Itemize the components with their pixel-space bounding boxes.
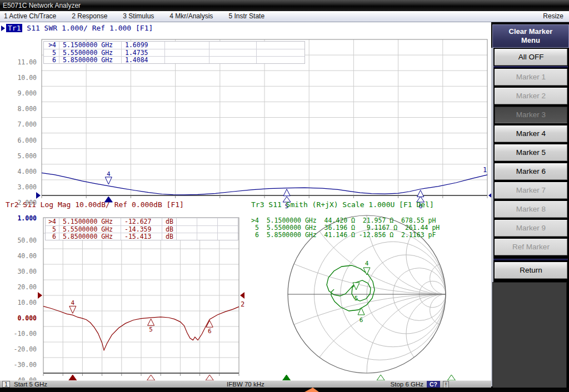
trace1-marker-table: >45.1500000 GHz1.6099 55.5500000 GHz1.47… [43, 41, 305, 64]
menu-item-1[interactable]: 1 Active Ch/Trace [4, 11, 56, 22]
y-tick-label: -10.00 [4, 330, 37, 338]
softkey-all-off[interactable]: All OFF [495, 49, 567, 66]
softkey-menu-header: Clear Marker Menu [492, 24, 569, 48]
marker-table-row: 65.8500000 GHz1.4084 [44, 56, 305, 63]
softkey-ref-marker[interactable]: Ref Marker [495, 239, 567, 255]
marker-table-cell [209, 57, 257, 63]
softkey-menu-header-line2: Menu [493, 36, 568, 45]
logmag-ref-arrow-right [240, 292, 244, 299]
marker-table-row: 55.5500000 GHz-14.359dB [46, 225, 238, 233]
y-tick-label: 7.000 [4, 120, 37, 128]
active-trace-arrow-icon [1, 26, 5, 31]
marker-table-cell [165, 57, 209, 63]
marker-table-cell: 5 [44, 49, 59, 56]
softkey-marker-1[interactable]: Marker 1 [495, 69, 567, 86]
window-title: E5071C Network Analyzer [3, 2, 81, 9]
smith-stimulus-marker-4 [283, 375, 291, 380]
marker-table-cell [257, 42, 305, 49]
y-tick-label: 50.00 [4, 237, 37, 244]
swr-marker-5 [283, 189, 290, 196]
smith-marker-label-5: 5 [355, 295, 358, 302]
swr-marker-6 [417, 190, 424, 197]
marker-table-cell: >4 [46, 218, 59, 225]
y-tick-label: 6.000 [4, 137, 37, 144]
softkey-marker-2[interactable]: Marker 2 [495, 88, 567, 104]
channel-number-box: 1 [2, 381, 10, 388]
softkey-separator-2 [493, 259, 568, 260]
y-tick-label: 0.000 [4, 314, 37, 322]
marker-table-cell [218, 226, 238, 233]
cursor-artifact [305, 388, 319, 392]
trace2-marker-table: >45.1500000 GHz-12.627dB 55.5500000 GHz-… [45, 218, 238, 240]
y-tick-label: 10.00 [4, 74, 37, 82]
softkey-menu: Clear Marker Menu All OFFMarker 1Marker … [491, 22, 569, 387]
softkey-empty-area [492, 282, 567, 392]
marker-table-cell [177, 218, 197, 225]
status-bar: 1 Start 5 GHz IFBW 70 kHz Stop 6 GHz C? … [0, 380, 491, 388]
y-tick-label: -30.00 [4, 361, 37, 369]
marker-table-cell [209, 49, 257, 56]
logmag-stimulus-marker-6 [206, 375, 213, 380]
menu-bar: 1 Active Ch/Trace2 Response3 Stimulus4 M… [0, 11, 569, 22]
softkey-return[interactable]: Return [495, 262, 567, 279]
marker-table-cell [218, 233, 238, 240]
marker-table-row: 55.5500000 GHz1.4735 [44, 49, 305, 56]
softkey-marker-9[interactable]: Marker 9 [495, 220, 567, 237]
marker-table-row: >45.1500000 GHz-12.627dB [46, 218, 238, 225]
marker-table-cell: dB [162, 218, 177, 225]
softkey-menu-header-line1: Clear Marker [493, 27, 568, 36]
menu-item-5[interactable]: 5 Instr State [228, 11, 264, 22]
menu-item-3[interactable]: 3 Stimulus [123, 11, 154, 22]
softkey-separator-1 [493, 66, 568, 68]
smith-stimulus-marker-6 [447, 375, 455, 380]
logmag-stimulus-marker-4 [69, 375, 77, 380]
bottom-strip [0, 388, 569, 392]
marker-table-cell: dB [162, 226, 177, 233]
y-tick-label: 20.00 [4, 283, 37, 291]
trace3-marker-readout: >4 5.1500000 GHz 44.420 Ω 21.957 Ω 678.5… [251, 217, 440, 239]
trace3-title[interactable]: Tr3 S11 Smith (R+jX) Scale 1.000U [F1 De… [251, 200, 434, 209]
marker-table-cell: 5.8500000 GHz [59, 57, 122, 63]
menu-item-2[interactable]: 2 Response [72, 11, 107, 22]
logmag-ref-arrow-left [38, 292, 42, 299]
window-title-bar: E5071C Network Analyzer [0, 0, 569, 11]
softkey-marker-7[interactable]: Marker 7 [495, 182, 567, 199]
marker-table-cell [218, 218, 238, 225]
y-tick-label: 11.00 [4, 58, 37, 66]
softkey-marker-6[interactable]: Marker 6 [495, 163, 567, 180]
logmag-marker-4 [69, 306, 76, 313]
softkey-marker-5[interactable]: Marker 5 [495, 144, 567, 161]
marker-table-cell [197, 218, 218, 225]
y-tick-label: 30.00 [4, 268, 37, 275]
marker-table-cell: 5 [46, 226, 59, 233]
swr-trace-number: 1 [483, 166, 487, 174]
marker-table-cell: 6 [46, 233, 59, 240]
y-tick-label: 1.000 [4, 214, 37, 222]
logmag-marker-5 [148, 319, 154, 325]
marker-table-cell [257, 57, 305, 63]
marker-table-cell: >4 [44, 42, 59, 49]
e5071c-screen: E5071C Network Analyzer 1 Active Ch/Trac… [0, 0, 569, 392]
logmag-stimulus-marker-5 [147, 375, 155, 380]
y-tick-label: 5.000 [4, 152, 37, 160]
menu-resize[interactable]: Resize [543, 11, 563, 22]
smith-marker-row: 6 5.8500000 GHz 41.146 Ω -12.856 Ω 2.116… [251, 232, 440, 239]
marker-table-cell [209, 42, 257, 49]
marker-table-cell [257, 49, 305, 56]
smith-stimulus-marker-5 [377, 375, 385, 380]
marker-table-cell: 5.5500000 GHz [59, 226, 121, 233]
softkey-marker-4[interactable]: Marker 4 [495, 125, 567, 142]
trace1-title[interactable]: Tr1 S11 SWR 1.000/ Ref 1.000 [F1] [1, 24, 153, 32]
softkey-marker-8[interactable]: Marker 8 [495, 201, 567, 218]
logmag-marker-label-5: 5 [149, 326, 153, 333]
menu-item-4[interactable]: 4 Mkr/Analysis [169, 11, 213, 22]
marker-table-cell: -14.359 [121, 226, 162, 233]
softkey-marker-3[interactable]: Marker 3 [495, 107, 567, 123]
marker-table-cell: 1.6099 [122, 42, 165, 49]
logmag-marker-label-4: 4 [71, 299, 74, 306]
y-tick-label: 2.000 [4, 199, 37, 207]
logmag-marker-label-6: 6 [208, 328, 212, 335]
trace1-params: S11 SWR 1.000/ Ref 1.000 [F1] [22, 24, 153, 32]
logmag-trace-number: 2 [241, 300, 244, 308]
marker-table-row: 65.8500000 GHz-15.413dB [46, 233, 238, 240]
